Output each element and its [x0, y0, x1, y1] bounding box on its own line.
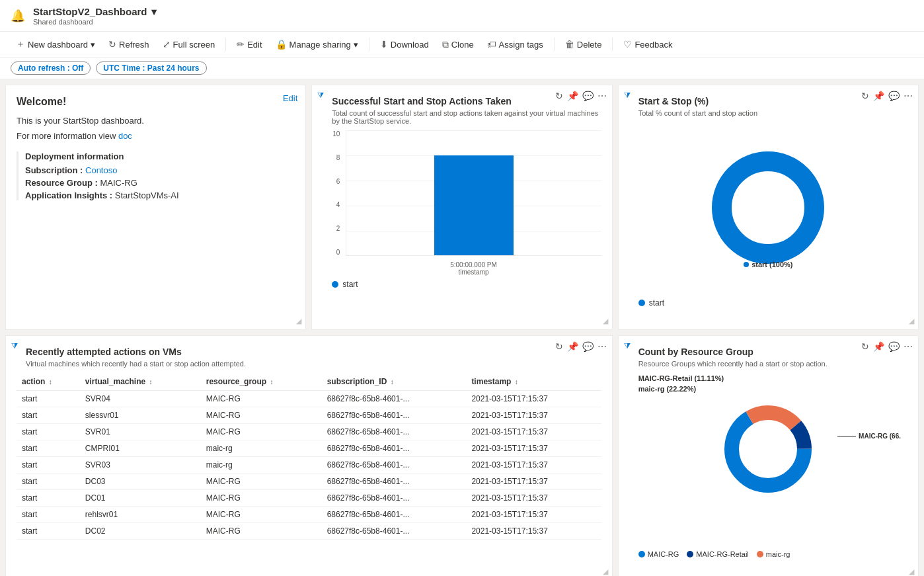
feedback-icon: ♡: [623, 39, 632, 50]
tbl-comment-icon[interactable]: 💬: [582, 341, 594, 352]
rg-pin-icon[interactable]: 📌: [873, 341, 884, 352]
bar-chart-panel: ⧩ Successful Start and Stop Actions Take…: [311, 85, 612, 330]
edit-button[interactable]: ✏ Edit: [231, 36, 267, 52]
table-cell: 68627f8c-65b8-4601-...: [322, 507, 467, 523]
table-cell: 2021-03-15T17:15:37: [466, 523, 601, 540]
top-bar: 🔔 StartStopV2_Dashboard ▾ Shared dashboa…: [0, 0, 924, 32]
table-row: startrehlsvr01MAIC-RG68627f8c-65b8-4601-…: [17, 507, 601, 523]
donut-legend-dot: [638, 300, 645, 306]
table-header: action ↕ virtual_machine ↕ resource_grou…: [17, 373, 601, 391]
bc-refresh-icon[interactable]: ↻: [555, 91, 563, 101]
bar-chart-inner: [346, 130, 601, 256]
table-cell: SVR04: [80, 391, 201, 407]
dashboard-icon: 🔔: [11, 9, 25, 23]
welcome-doc-line: For more information view doc: [17, 131, 295, 141]
clone-button[interactable]: ⧉ Clone: [437, 36, 479, 53]
table-row: startDC01MAIC-RG68627f8c-65b8-4601-...20…: [17, 490, 601, 507]
table-cell: 2021-03-15T17:15:37: [466, 424, 601, 440]
table-cell: MAIC-RG: [201, 407, 322, 424]
title-block: StartStopV2_Dashboard ▾ Shared dashboard: [33, 6, 157, 26]
edit-icon: ✏: [237, 39, 245, 50]
rg-panel: ⧩ Count by Resource Group Resource Group…: [618, 335, 919, 576]
bc-pin-icon[interactable]: 📌: [567, 91, 578, 101]
rg-refresh-icon[interactable]: ↻: [861, 341, 869, 352]
delete-icon: 🗑: [565, 39, 574, 50]
table-cell: start: [17, 391, 80, 407]
table-scroll[interactable]: action ↕ virtual_machine ↕ resource_grou…: [17, 373, 601, 540]
utc-time-badge[interactable]: UTC Time : Past 24 hours: [96, 62, 206, 75]
tbl-more-icon[interactable]: ⋯: [597, 341, 607, 352]
panel-resize-corner-4: ◢: [603, 567, 608, 576]
bc-more-icon[interactable]: ⋯: [597, 91, 607, 101]
table-cell: SVR01: [80, 424, 201, 440]
col-rg[interactable]: resource_group ↕: [201, 373, 322, 391]
delete-button[interactable]: 🗑 Delete: [560, 36, 607, 52]
deploy-title: Deployment information: [25, 151, 295, 161]
table-cell: 2021-03-15T17:15:37: [466, 457, 601, 473]
manage-sharing-button[interactable]: 🔒 Manage sharing ▾: [270, 36, 364, 52]
separator3: [554, 38, 555, 51]
refresh-button[interactable]: ↻ Refresh: [103, 36, 155, 52]
dc-pin-icon[interactable]: 📌: [873, 91, 884, 101]
table-cell: 68627f8c-65b8-4601-...: [322, 523, 467, 540]
dashboard-title-text: StartStopV2_Dashboard: [33, 6, 147, 17]
donut-filter-icon: ⧩: [624, 91, 631, 100]
utc-label: UTC Time :: [103, 63, 145, 73]
col-sub[interactable]: subscription_ID ↕: [322, 373, 467, 391]
download-icon: ⬇: [380, 39, 388, 50]
table-cell: MAIC-RG: [201, 424, 322, 440]
table-cell: 2021-03-15T17:15:37: [466, 407, 601, 424]
table-cell: 2021-03-15T17:15:37: [466, 490, 601, 507]
welcome-doc-link[interactable]: doc: [118, 131, 132, 141]
dc-comment-icon[interactable]: 💬: [888, 91, 900, 101]
table-cell: 68627f8c-65b8-4601-...: [322, 473, 467, 490]
clone-icon: ⧉: [442, 39, 449, 50]
fullscreen-button[interactable]: ⤢ Full screen: [157, 36, 221, 52]
download-button[interactable]: ⬇ Download: [375, 36, 434, 52]
dc-more-icon[interactable]: ⋯: [904, 91, 913, 101]
table-row: startSVR03maic-rg68627f8c-65b8-4601-...2…: [17, 457, 601, 473]
table-cell: 2021-03-15T17:15:37: [466, 507, 601, 523]
chevron-down-icon: ▾: [151, 6, 157, 18]
donut-callout: start (100%): [744, 261, 792, 268]
rg-more-icon[interactable]: ⋯: [904, 341, 913, 352]
data-table: action ↕ virtual_machine ↕ resource_grou…: [17, 373, 601, 540]
table-cell: MAIC-RG: [201, 507, 322, 523]
new-dashboard-button[interactable]: ＋ New dashboard ▾: [11, 36, 100, 53]
table-cell: 2021-03-15T17:15:37: [466, 473, 601, 490]
donut-legend: start: [629, 298, 907, 308]
table-panel: ⧩ Recently attempted actions on VMs Virt…: [5, 335, 613, 576]
table-toolbar: ↻ 📌 💬 ⋯: [555, 341, 607, 352]
table-row: startDC02MAIC-RG68627f8c-65b8-4601-...20…: [17, 523, 601, 540]
svg-point-5: [742, 423, 794, 475]
deploy-subscription: Subscription : Contoso: [25, 165, 295, 175]
x-label: 5:00:00.000 PM timestamp: [346, 261, 601, 276]
y-axis: 1086420: [323, 130, 342, 256]
col-ts[interactable]: timestamp ↕: [466, 373, 601, 391]
table-cell: start: [17, 523, 80, 540]
welcome-edit-button[interactable]: Edit: [283, 93, 297, 103]
rg-comment-icon[interactable]: 💬: [888, 341, 900, 352]
welcome-text: This is your StartStop dashboard.: [17, 116, 295, 126]
col-action[interactable]: action ↕: [17, 373, 80, 391]
table-cell: start: [17, 507, 80, 523]
dashboard-title[interactable]: StartStopV2_Dashboard ▾: [33, 6, 157, 18]
dc-refresh-icon[interactable]: ↻: [861, 91, 869, 101]
filter-icon: ⧩: [317, 91, 324, 100]
table-row: startSVR04MAIC-RG68627f8c-65b8-4601-...2…: [17, 391, 601, 407]
bc-comment-icon[interactable]: 💬: [582, 91, 594, 101]
feedback-button[interactable]: ♡ Feedback: [618, 36, 677, 52]
panel-resize-corner-5: ◢: [909, 567, 914, 576]
bar-chart-legend: start: [323, 280, 601, 289]
assign-tags-button[interactable]: 🏷 Assign tags: [482, 36, 549, 52]
donut-panel: ⧩ Start & Stop (%) Total % count of star…: [618, 85, 919, 330]
table-cell: rehlsvr01: [80, 507, 201, 523]
utc-value: Past 24 hours: [147, 63, 200, 73]
tbl-pin-icon[interactable]: 📌: [567, 341, 578, 352]
rg-legend-maic-rg: MAIC-RG: [638, 550, 679, 558]
panel-resize-corner-2: ◢: [603, 317, 608, 325]
table-cell: MAIC-RG: [201, 391, 322, 407]
tbl-refresh-icon[interactable]: ↻: [555, 341, 563, 352]
col-vm[interactable]: virtual_machine ↕: [80, 373, 201, 391]
auto-refresh-badge[interactable]: Auto refresh : Off: [11, 62, 91, 75]
